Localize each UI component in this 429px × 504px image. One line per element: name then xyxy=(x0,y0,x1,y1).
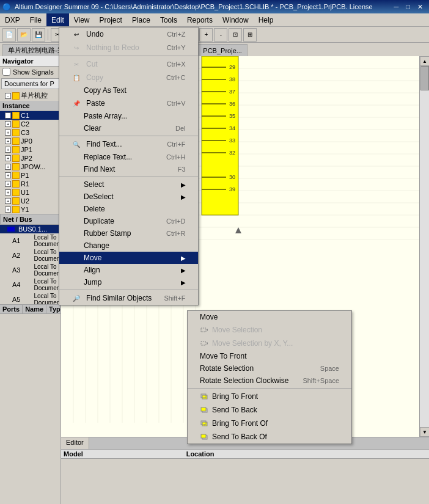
expand-jpow[interactable]: + xyxy=(5,164,11,170)
scroll-thumb[interactable] xyxy=(420,66,429,90)
scroll-track[interactable] xyxy=(420,66,429,427)
net-bus0[interactable]: BUS0.1... xyxy=(0,225,61,233)
menu-jump[interactable]: Jump ▶ xyxy=(59,276,198,288)
navigator-header: Navigator xyxy=(0,56,61,67)
menu-move[interactable]: Move ▶ xyxy=(59,252,198,264)
instance-c2[interactable]: + C2 xyxy=(0,120,61,128)
submenu-rotate-selection[interactable]: Rotate Selection Space xyxy=(188,362,351,374)
sep4 xyxy=(59,290,198,290)
expand-c3[interactable]: + xyxy=(5,130,11,136)
icon-u2 xyxy=(12,197,20,205)
submenu-move[interactable]: Move xyxy=(188,311,351,323)
show-signals[interactable]: Show Signals xyxy=(0,67,61,77)
submenu-send-to-back[interactable]: Send To Back xyxy=(188,403,351,417)
menu-reports[interactable]: Reports xyxy=(182,13,218,26)
instance-jp2[interactable]: + JP2 xyxy=(0,154,61,163)
icon-jpow xyxy=(12,163,20,170)
net-a1[interactable]: A1 Local To Document xyxy=(0,233,61,248)
menu-tools[interactable]: Tools xyxy=(155,13,182,26)
menu-find-next[interactable]: Find Next F3 xyxy=(59,163,198,175)
toolbar-open[interactable]: 📂 xyxy=(17,28,31,42)
toolbar-zoom-out[interactable]: - xyxy=(214,28,227,42)
menu-help[interactable]: Help xyxy=(254,13,279,26)
menu-delete[interactable]: Delete xyxy=(59,203,198,215)
instance-y1[interactable]: + Y1 xyxy=(0,205,61,214)
menu-deselect[interactable]: DeSelect ▶ xyxy=(59,191,198,203)
svg-text:34: 34 xyxy=(229,125,235,131)
menu-undo[interactable]: ↩ Undo Ctrl+Z xyxy=(59,27,198,41)
menu-change[interactable]: Change xyxy=(59,239,198,252)
menu-align[interactable]: Align ▶ xyxy=(59,264,198,276)
menu-place[interactable]: Place xyxy=(127,13,155,26)
instance-u1[interactable]: + U1 xyxy=(0,188,61,197)
tree-item-doc[interactable]: - 单片机控 xyxy=(0,90,61,101)
v-scrollbar[interactable]: ▲ ▼ xyxy=(419,56,429,437)
scroll-up-btn[interactable]: ▲ xyxy=(420,56,429,66)
menu-clear[interactable]: Clear Del xyxy=(59,122,198,134)
scroll-down-btn[interactable]: ▼ xyxy=(420,427,429,437)
menu-edit[interactable]: Edit xyxy=(46,13,69,26)
expand-jp0[interactable]: + xyxy=(5,138,11,144)
instance-jpow[interactable]: + JPOW... xyxy=(0,163,61,171)
menu-find-text[interactable]: 🔍 Find Text... Ctrl+F xyxy=(59,137,198,151)
menu-duplicate[interactable]: Duplicate Ctrl+D xyxy=(59,215,198,227)
tab-pcbproj[interactable]: PCB_Proje... xyxy=(197,44,248,56)
expand-u1[interactable]: + xyxy=(5,189,11,195)
submenu-bring-to-front[interactable]: Bring To Front xyxy=(188,390,351,403)
expand-jp2[interactable]: + xyxy=(5,155,11,161)
toolbar-save[interactable]: 💾 xyxy=(32,28,45,42)
net-a2[interactable]: A2 Local To Document xyxy=(0,248,61,263)
tree-expand[interactable]: - xyxy=(5,93,11,99)
close-btn[interactable]: ✕ xyxy=(414,3,427,11)
icon-y1 xyxy=(12,206,20,213)
menu-view[interactable]: View xyxy=(69,13,95,26)
menu-copy-as-text[interactable]: Copy As Text xyxy=(59,84,198,97)
menu-replace-text[interactable]: Replace Text... Ctrl+H xyxy=(59,151,198,163)
instance-c1[interactable]: + C1 xyxy=(0,111,61,120)
toolbar-fit[interactable]: ⊡ xyxy=(229,28,242,42)
instance-jp1[interactable]: + JP1 xyxy=(0,145,61,154)
instance-u2[interactable]: + U2 xyxy=(0,197,61,205)
minimize-btn[interactable]: ─ xyxy=(391,3,403,10)
expand-y1[interactable]: + xyxy=(5,206,11,213)
net-a4[interactable]: A4 Local To Document xyxy=(0,277,61,292)
submenu-bring-to-front-of[interactable]: + Bring To Front Of xyxy=(188,417,351,430)
paste-icon: 📌 xyxy=(72,98,81,108)
maximize-btn[interactable]: □ xyxy=(402,3,414,10)
expand-c2[interactable]: + xyxy=(5,121,11,127)
editor-tab[interactable]: Editor xyxy=(61,437,89,449)
net-a3[interactable]: A3 Local To Document xyxy=(0,263,61,277)
menu-file[interactable]: File xyxy=(25,13,46,26)
bring-front-icon xyxy=(200,392,210,401)
svg-text:+: + xyxy=(204,423,205,426)
model-header: Model xyxy=(61,450,184,459)
instance-c3[interactable]: + C3 xyxy=(0,128,61,137)
expand-r1[interactable]: + xyxy=(5,181,11,187)
expand-p1[interactable]: + xyxy=(5,172,11,178)
instance-p1[interactable]: + P1 xyxy=(0,171,61,180)
svg-rect-57 xyxy=(201,328,206,332)
expand-u2[interactable]: + xyxy=(5,198,11,204)
menu-paste-array[interactable]: Paste Array... xyxy=(59,110,198,122)
expand-jp1[interactable]: + xyxy=(5,147,11,153)
expand-c1[interactable]: + xyxy=(5,112,11,119)
menu-find-similar[interactable]: 🔎 Find Similar Objects Shift+F xyxy=(59,291,198,305)
toolbar-grid[interactable]: ⊞ xyxy=(243,28,257,42)
toolbar-new[interactable]: 📄 xyxy=(2,28,16,42)
toolbar-zoom-in[interactable]: + xyxy=(199,28,213,42)
submenu-send-to-back-of[interactable]: - Send To Back Of xyxy=(188,430,351,444)
docs-header: Documents for P xyxy=(1,78,59,89)
submenu-rotate-selection-cw[interactable]: Rotate Selection Clockwise Shift+Space xyxy=(188,374,351,387)
menu-paste[interactable]: 📌 Paste Ctrl+V xyxy=(59,97,198,110)
menu-project[interactable]: Project xyxy=(95,13,127,26)
editor-content: Model Location xyxy=(61,450,429,504)
menu-dxp[interactable]: DXP xyxy=(0,13,25,26)
menu-select[interactable]: Select ▶ xyxy=(59,178,198,191)
menu-rubber-stamp[interactable]: Rubber Stamp Ctrl+R xyxy=(59,227,198,239)
net-a5[interactable]: A5 Local To Document xyxy=(0,292,61,304)
instance-r1[interactable]: + R1 xyxy=(0,180,61,188)
show-signals-checkbox[interactable] xyxy=(2,68,10,76)
instance-jp0[interactable]: + JP0 xyxy=(0,137,61,145)
submenu-move-to-front[interactable]: Move To Front xyxy=(188,350,351,362)
menu-window[interactable]: Window xyxy=(218,13,254,26)
